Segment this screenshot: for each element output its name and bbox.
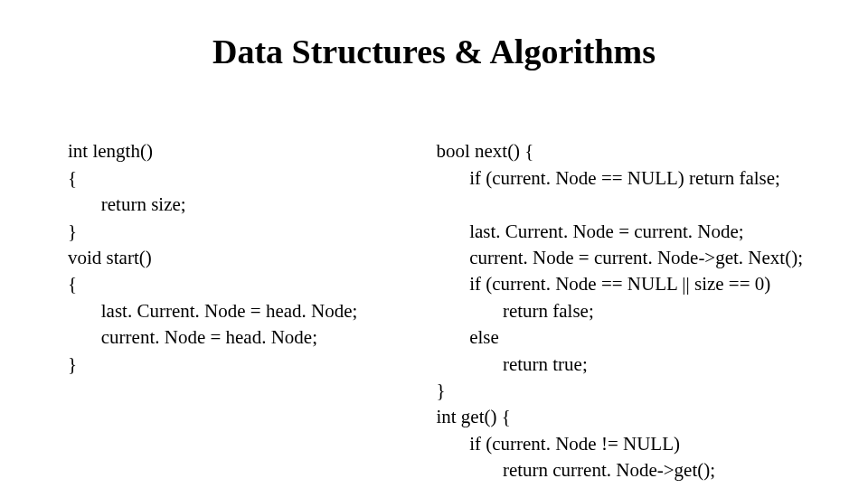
code-line: else [436, 326, 498, 348]
code-line: } [68, 353, 77, 375]
code-line: bool next() { [436, 140, 533, 162]
code-line: return current. Node->get(); [436, 459, 715, 481]
content-columns: int length() { return size; } void start… [36, 112, 832, 488]
slide: Data Structures & Algorithms int length(… [0, 0, 868, 488]
code-line: if (current. Node == NULL) return false; [436, 167, 780, 189]
code-line: int get() { [436, 406, 510, 427]
code-line: last. Current. Node = current. Node; [436, 221, 743, 242]
code-line: return false; [436, 300, 593, 322]
left-column: int length() { return size; } void start… [36, 112, 418, 488]
code-line: last. Current. Node = head. Node; [68, 300, 357, 322]
code-line: void start() [68, 247, 152, 268]
code-line: if (current. Node != NULL) [436, 433, 680, 455]
code-line: current. Node = current. Node->get. Next… [436, 247, 803, 268]
code-line: if (current. Node == NULL || size == 0) [436, 273, 770, 295]
code-line: return true; [436, 353, 587, 375]
page-title: Data Structures & Algorithms [36, 32, 832, 71]
code-line: return size; [68, 193, 186, 215]
code-line: } [436, 380, 445, 401]
code-line: current. Node = head. Node; [68, 326, 317, 348]
code-line: { [68, 273, 77, 295]
code-line: int length() [68, 140, 153, 162]
right-column: bool next() { if (current. Node == NULL)… [436, 112, 850, 488]
code-line: } [68, 221, 77, 242]
code-line: { [68, 167, 77, 189]
